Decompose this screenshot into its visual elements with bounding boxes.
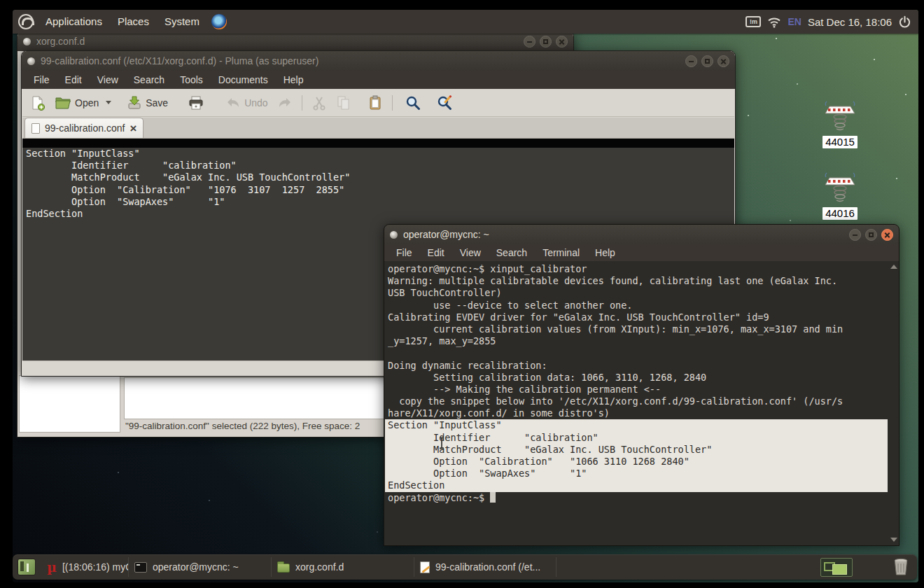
menu-view[interactable]: View	[90, 74, 126, 85]
open-button[interactable]: Open	[51, 93, 102, 113]
desktop-icon-label: 44016	[822, 207, 858, 220]
editor-line: Option "SwapAxes" "1"	[22, 196, 734, 208]
system-menu[interactable]: System	[157, 10, 207, 34]
save-button[interactable]: Save	[123, 93, 172, 113]
menu-search[interactable]: Search	[489, 247, 535, 258]
save-icon	[127, 95, 142, 111]
power-icon[interactable]	[898, 15, 911, 29]
close-button[interactable]	[881, 229, 893, 241]
close-button[interactable]	[556, 36, 568, 48]
terminal-line: use --device to select another one.	[385, 300, 898, 312]
terminal-selected-line: Option "Calibration" "1066 3110 1268 284…	[385, 456, 888, 468]
menu-file[interactable]: File	[26, 74, 57, 85]
panel-clock[interactable]: Sat Dec 16, 18:06	[808, 16, 892, 28]
places-menu[interactable]: Places	[110, 10, 157, 34]
terminal-line: USB TouchController)	[385, 287, 898, 299]
desktop-icon-44016[interactable]: 44016	[808, 171, 872, 220]
maximize-button[interactable]	[540, 36, 552, 48]
copy-button[interactable]	[332, 93, 355, 113]
terminal-selected-line: MatchProduct "eGalax Inc. USB TouchContr…	[385, 444, 888, 456]
menu-help[interactable]: Help	[276, 74, 312, 85]
terminal-output[interactable]: operator@mycnc:~$ xinput_calibrator Warn…	[385, 261, 898, 545]
bottom-taskbar: µ [(18:06:16) myCNC con... operator@mycn…	[13, 554, 917, 580]
pluma-tabbar: 99-calibration.conf ×	[22, 118, 734, 139]
undo-button[interactable]: Undo	[222, 93, 271, 113]
toolbar-separator	[302, 95, 302, 111]
top-panel: Applications Places System !m EN Sat Dec…	[13, 10, 918, 34]
terminal-line: current calibration values (from XInput)…	[385, 323, 898, 335]
desktop-icon-44015[interactable]: 44015	[808, 99, 872, 148]
menu-view[interactable]: View	[452, 247, 489, 258]
terminal-line: Setting calibration data: 1066, 3110, 12…	[385, 372, 898, 384]
wifi-icon[interactable]	[767, 16, 781, 28]
applications-menu[interactable]: Applications	[38, 10, 110, 34]
redo-icon	[277, 95, 293, 111]
close-button[interactable]	[718, 55, 729, 67]
tab-label: 99-calibration.conf	[45, 122, 125, 134]
workspace-switcher[interactable]	[820, 558, 853, 577]
search-icon	[405, 94, 421, 111]
terminal-line: hare/X11/xorg.conf.d/ in some distro's)	[385, 407, 898, 419]
new-document-button[interactable]	[27, 93, 49, 113]
tab-close-icon[interactable]: ×	[130, 122, 136, 134]
firefox-icon[interactable]	[211, 14, 227, 29]
terminal-window: operator@mycnc: ~ File Edit View Search …	[384, 224, 899, 546]
show-desktop-button[interactable]	[18, 559, 36, 575]
task-mycnc[interactable]: µ [(18:06:16) myCNC con...	[41, 557, 128, 577]
task-terminal[interactable]: operator@mycnc: ~	[128, 557, 271, 577]
file-manager-sidebar[interactable]	[19, 375, 120, 433]
redo-button[interactable]	[274, 93, 296, 113]
menu-help[interactable]: Help	[587, 247, 623, 258]
edit-document-icon	[420, 561, 430, 573]
task-label: 99-calibration.conf (/et...	[435, 561, 540, 573]
copy-icon	[336, 95, 351, 111]
pluma-titlebar[interactable]: 99-calibration.conf (/etc/X11/xorg.conf.…	[22, 51, 735, 71]
task-file-manager[interactable]: xorg.conf.d	[271, 557, 414, 577]
print-button[interactable]	[185, 93, 207, 113]
menu-edit[interactable]: Edit	[57, 74, 90, 85]
pluma-toolbar: Open Save	[22, 89, 734, 117]
maximize-button[interactable]	[865, 229, 877, 241]
minimize-button[interactable]	[685, 55, 697, 67]
terminal-scrollbar[interactable]	[888, 262, 898, 545]
tab-99-calibration-conf[interactable]: 99-calibration.conf ×	[24, 118, 144, 138]
system-monitor-icon[interactable]: !m	[746, 16, 761, 27]
terminal-titlebar[interactable]: operator@mycnc: ~	[384, 225, 899, 244]
trampoline-icon	[821, 171, 859, 203]
terminal-cursor	[490, 492, 496, 503]
find-button[interactable]	[401, 92, 425, 113]
menu-documents[interactable]: Documents	[211, 74, 276, 85]
menu-search[interactable]: Search	[126, 74, 172, 85]
new-document-icon	[30, 95, 46, 111]
file-manager-titlebar[interactable]: xorg.conf.d	[18, 31, 573, 51]
mate-menu-icon[interactable]	[18, 14, 34, 29]
terminal-line: Calibrating EVDEV driver for "eGalax Inc…	[385, 312, 898, 323]
open-dropdown-caret[interactable]	[106, 101, 111, 104]
workspace-window-active	[832, 564, 847, 575]
terminal-icon	[134, 562, 147, 573]
window-icon	[23, 38, 31, 46]
keyboard-layout-indicator[interactable]: EN	[788, 16, 801, 27]
trash-icon[interactable]	[893, 558, 909, 576]
minimize-button[interactable]	[849, 229, 861, 241]
cut-button[interactable]	[308, 93, 330, 113]
paste-button[interactable]	[364, 93, 386, 113]
cut-icon	[312, 95, 327, 111]
minimize-button[interactable]	[524, 36, 536, 48]
open-folder-icon	[55, 95, 71, 111]
menu-tools[interactable]: Tools	[172, 74, 211, 85]
scroll-up-icon[interactable]	[890, 265, 897, 269]
task-label: [(18:06:16) myCNC con...	[62, 561, 128, 573]
maximize-button[interactable]	[701, 55, 713, 67]
menu-terminal[interactable]: Terminal	[535, 247, 587, 258]
terminal-selected-line: Section "InputClass"	[385, 419, 888, 431]
scroll-down-icon[interactable]	[890, 538, 897, 542]
terminal-line: Doing dynamic recalibration:	[385, 360, 898, 372]
menu-edit[interactable]: Edit	[420, 247, 452, 258]
menu-file[interactable]: File	[388, 247, 420, 258]
replace-button[interactable]	[433, 92, 456, 113]
task-pluma[interactable]: 99-calibration.conf (/et...	[414, 557, 556, 577]
editor-line: Identifier "calibration"	[22, 160, 734, 172]
window-icon	[390, 231, 398, 239]
window-icon	[27, 57, 35, 65]
